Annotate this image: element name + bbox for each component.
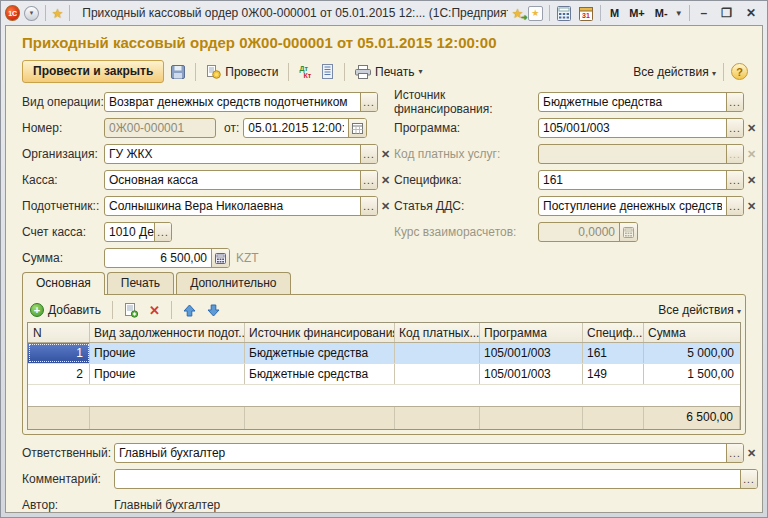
amount-field[interactable] [104,248,230,268]
choose-icon[interactable]: ... [360,145,377,163]
cell-specifics[interactable]: 161 [583,343,644,363]
cash-desk-label: Касса: [22,173,104,187]
document-register-button[interactable] [318,62,337,81]
clear-icon[interactable]: ✕ [381,200,390,213]
grid-all-actions-button[interactable]: Все действия ▾ [658,303,741,317]
choose-icon[interactable]: ... [154,223,171,241]
dt-kt-icon: ДтКт [299,65,311,79]
calculator-icon[interactable] [556,5,573,22]
clear-icon[interactable]: ✕ [381,148,390,161]
calc-icon[interactable] [211,249,229,267]
choose-icon[interactable]: ... [726,171,743,189]
memory-m-plus-button[interactable]: M+ [626,7,648,19]
settlement-rate-field [538,222,638,242]
add-favorite-icon[interactable]: ★➜ [512,6,524,21]
post-button[interactable]: Провести [203,62,281,81]
author-value: Главный бухгалтер [114,498,220,512]
choose-icon[interactable]: ... [740,470,757,488]
move-up-button[interactable] [180,302,199,319]
number-field[interactable] [104,118,216,138]
col-header-amount[interactable]: Сумма [644,323,740,342]
col-header-n[interactable]: N [28,323,90,342]
favorites-star-icon[interactable]: ★ [52,6,64,21]
choose-icon[interactable]: ... [360,197,377,215]
save-button[interactable] [168,63,188,81]
cash-flow-item-field[interactable]: ... [538,196,744,216]
calendar-picker-icon[interactable] [348,119,366,137]
cell-paid-code[interactable] [395,343,480,363]
memory-m-minus-button[interactable]: M- [652,7,671,19]
cell-specifics[interactable]: 149 [583,364,644,384]
date-from-label: от: [224,121,239,135]
copy-row-button[interactable] [121,301,141,320]
all-actions-button[interactable]: Все действия ▾ [633,65,716,79]
header-fields: Вид операции: ... Номер: от: Организац [6,89,762,271]
clear-icon[interactable]: ✕ [747,447,756,460]
choose-icon[interactable]: ... [360,93,377,111]
choose-icon[interactable]: ... [726,119,743,137]
minimize-button[interactable]: – [696,6,713,20]
funding-source-field[interactable]: ... [538,92,744,112]
operation-kind-field[interactable]: ... [104,92,378,112]
tab-print[interactable]: Печать [107,272,174,294]
cell-funding[interactable]: Бюджетные средства [245,343,395,363]
close-button[interactable]: ✕ [741,6,761,20]
choose-icon[interactable]: ... [726,93,743,111]
dt-kt-button[interactable]: ДтКт [296,63,314,81]
print-button[interactable]: Печать ▾ [352,63,425,81]
add-row-button[interactable]: + Добавить [27,301,104,319]
cash-desk-field[interactable]: ... [104,170,378,190]
grid-toolbar: + Добавить ✕ Все действия ▾ [27,298,741,322]
tab-bar: Основная Печать Дополнительно [22,272,762,295]
comment-field[interactable]: ... [114,469,758,489]
move-down-button[interactable] [204,302,223,319]
titlebar-more-icon[interactable]: ▼ [675,9,683,18]
clear-icon[interactable]: ✕ [747,200,756,213]
col-header-funding[interactable]: Источник финансирования [245,323,395,342]
table-empty-area[interactable] [28,385,740,406]
cell-debt-kind[interactable]: Прочие [90,343,245,363]
col-header-program[interactable]: Программа [480,323,583,342]
organization-field[interactable]: ... [104,144,378,164]
table-row[interactable]: 1 Прочие Бюджетные средства 105/001/003 … [28,343,740,364]
choose-icon[interactable]: ... [360,171,377,189]
post-and-close-button[interactable]: Провести и закрыть [22,60,164,83]
clear-icon[interactable]: ✕ [381,174,390,187]
col-header-debt-kind[interactable]: Вид задолженности подот... [90,323,245,342]
cell-funding[interactable]: Бюджетные средства [245,364,395,384]
cell-n[interactable]: 1 [28,343,90,363]
cell-program[interactable]: 105/001/003 [480,343,583,363]
responsible-field[interactable]: ... [114,443,744,463]
cash-flow-item-label: Статья ДДС: [394,199,538,213]
delete-row-button[interactable]: ✕ [146,301,163,320]
table-total-row: 6 500,00 [28,406,740,429]
tab-additional[interactable]: Дополнительно [176,272,290,294]
help-button[interactable]: ? [731,63,748,80]
accountable-person-field[interactable]: ... [104,196,378,216]
system-menu-icon[interactable]: ▼ [24,6,38,21]
table-row[interactable]: 2 Прочие Бюджетные средства 105/001/003 … [28,364,740,385]
memory-m-button[interactable]: M [607,7,622,19]
cell-debt-kind[interactable]: Прочие [90,364,245,384]
choose-icon[interactable]: ... [726,444,743,462]
cell-n[interactable]: 2 [28,364,90,384]
clear-icon[interactable]: ✕ [747,122,756,135]
cell-amount[interactable]: 5 000,00 [644,343,740,363]
cell-program[interactable]: 105/001/003 [480,364,583,384]
choose-icon[interactable]: ... [726,197,743,215]
cell-amount[interactable]: 1 500,00 [644,364,740,384]
clear-icon[interactable]: ✕ [747,174,756,187]
cell-paid-code[interactable] [395,364,480,384]
specifics-field[interactable]: ... [538,170,744,190]
organization-label: Организация: [22,147,104,161]
calendar-icon[interactable]: 31 [577,5,594,22]
col-header-paid-code[interactable]: Код платных... [395,323,480,342]
cash-account-field[interactable]: ... [104,222,172,242]
favorites-list-icon[interactable]: ★ [528,6,543,21]
amount-label: Сумма: [22,251,104,265]
col-header-specifics[interactable]: Специф... [583,323,644,342]
maximize-button[interactable]: ❐ [716,6,737,20]
tab-main[interactable]: Основная [22,272,105,295]
program-field[interactable]: ... [538,118,744,138]
date-field[interactable] [243,118,367,138]
